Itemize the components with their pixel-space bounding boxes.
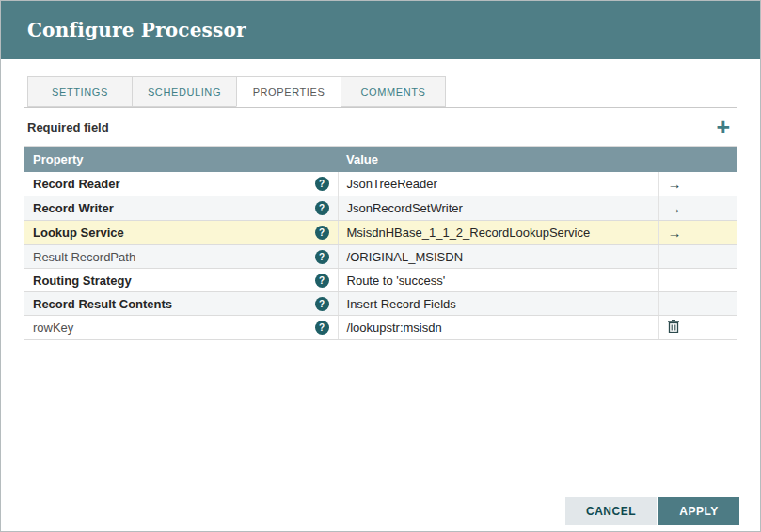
property-name-cell: Record Reader ?	[24, 172, 339, 196]
property-value[interactable]: Insert Record Fields	[338, 292, 658, 316]
delete-property-icon[interactable]	[668, 320, 679, 333]
dialog-title: Configure Processor	[27, 19, 246, 41]
add-property-button[interactable]: +	[712, 116, 734, 139]
property-name: Result RecordPath	[33, 250, 135, 264]
help-icon[interactable]: ?	[315, 226, 329, 240]
go-to-service-icon[interactable]: →	[668, 200, 682, 216]
property-name: Lookup Service	[33, 226, 124, 240]
property-value[interactable]: Route to 'success'	[338, 269, 658, 292]
property-name-cell: Routing Strategy ?	[24, 269, 339, 292]
table-row: Routing Strategy ? Route to 'success'	[24, 269, 737, 292]
property-name-cell: Record Result Contents ?	[24, 292, 339, 316]
help-icon[interactable]: ?	[315, 201, 329, 215]
required-field-label: Required field	[27, 120, 109, 134]
properties-table: Property Value Record Reader ? JsonTreeR…	[24, 146, 737, 340]
table-row: rowKey ? /lookupstr:msisdn	[24, 316, 737, 340]
table-row: Result RecordPath ? /ORIGINAL_MSISDN	[24, 245, 737, 269]
tab-comments[interactable]: COMMENTS	[341, 76, 446, 107]
properties-toolbar: Required field +	[24, 108, 737, 146]
property-value[interactable]: JsonTreeReader	[338, 172, 658, 196]
column-header-property: Property	[24, 147, 339, 173]
property-name: Record Writer	[33, 201, 114, 215]
row-actions-cell	[658, 245, 737, 269]
property-name-cell: Record Writer ?	[24, 196, 339, 221]
property-value[interactable]: MsisdnHBase_1_1_2_RecordLookupService	[338, 221, 658, 245]
property-name: rowKey	[33, 321, 73, 335]
row-actions-cell: →	[658, 172, 737, 196]
configure-processor-dialog: Configure Processor SETTINGS SCHEDULING …	[0, 0, 761, 532]
dialog-header: Configure Processor	[1, 1, 760, 59]
help-icon[interactable]: ?	[315, 274, 329, 288]
property-value[interactable]: /ORIGINAL_MSISDN	[338, 245, 658, 269]
property-value[interactable]: /lookupstr:msisdn	[338, 316, 658, 340]
property-name-cell: Result RecordPath ?	[24, 245, 339, 269]
property-name-cell: Lookup Service ?	[24, 221, 339, 245]
property-name: Record Reader	[33, 177, 119, 191]
tab-settings[interactable]: SETTINGS	[27, 76, 133, 107]
tab-properties[interactable]: PROPERTIES	[236, 76, 341, 107]
go-to-service-icon[interactable]: →	[668, 225, 682, 241]
properties-table-header: Property Value	[24, 147, 737, 173]
row-actions-cell: →	[658, 221, 737, 245]
table-row: Record Writer ? JsonRecordSetWriter →	[24, 196, 737, 221]
help-icon[interactable]: ?	[315, 297, 329, 311]
row-actions-cell	[658, 292, 737, 316]
help-icon[interactable]: ?	[315, 321, 329, 335]
table-row: Record Result Contents ? Insert Record F…	[24, 292, 737, 316]
tab-bar: SETTINGS SCHEDULING PROPERTIES COMMENTS	[24, 76, 737, 108]
property-name: Record Result Contents	[33, 297, 172, 311]
row-actions-cell	[658, 269, 737, 292]
go-to-service-icon[interactable]: →	[668, 176, 682, 192]
column-header-value: Value	[338, 147, 658, 173]
help-icon[interactable]: ?	[315, 177, 329, 191]
row-actions-cell	[658, 316, 737, 340]
property-name-cell: rowKey ?	[24, 316, 339, 340]
dialog-footer: CANCEL APPLY	[565, 497, 739, 525]
dialog-body: SETTINGS SCHEDULING PROPERTIES COMMENTS …	[1, 59, 760, 340]
property-name: Routing Strategy	[33, 274, 132, 288]
row-actions-cell: →	[658, 196, 737, 221]
table-row: Record Reader ? JsonTreeReader →	[24, 172, 737, 196]
tab-scheduling[interactable]: SCHEDULING	[132, 76, 237, 107]
apply-button[interactable]: APPLY	[658, 497, 739, 525]
property-value[interactable]: JsonRecordSetWriter	[338, 196, 658, 221]
cancel-button[interactable]: CANCEL	[565, 497, 657, 525]
help-icon[interactable]: ?	[315, 250, 329, 264]
table-row: Lookup Service ? MsisdnHBase_1_1_2_Recor…	[24, 221, 737, 245]
column-header-actions	[658, 147, 737, 173]
